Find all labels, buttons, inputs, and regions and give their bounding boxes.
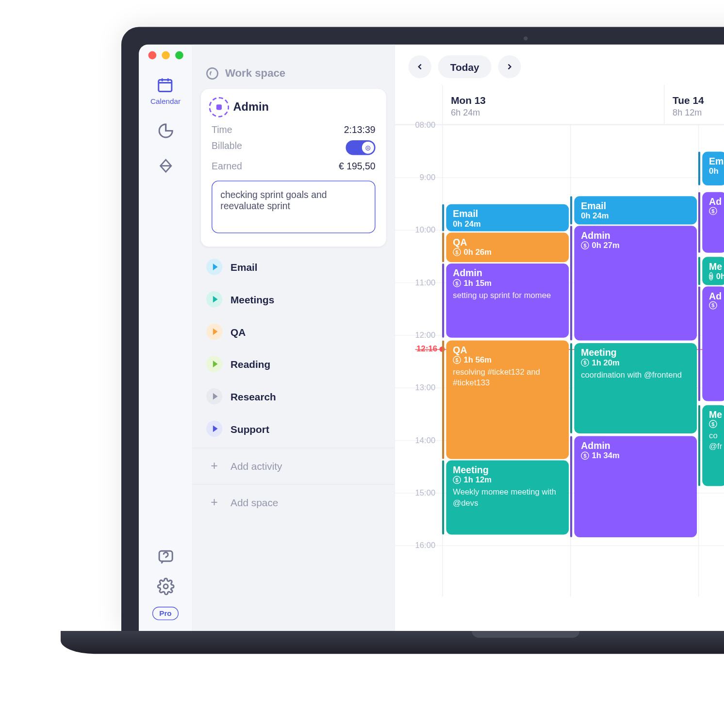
calendar-grid: Mon 136h 24m Tue 148h 12m Wed 155h 08:00…: [395, 85, 724, 631]
event-title: Admin: [581, 230, 690, 241]
event-title: Me: [709, 261, 720, 272]
event-block[interactable]: Meeting$1h 20mcoordination with @fronten…: [574, 343, 697, 433]
billable-label: Billable: [212, 140, 242, 155]
event-block[interactable]: Admin$1h 15msetting up sprint for momee: [446, 264, 569, 338]
billable-icon: $: [453, 279, 461, 287]
event-title: Ad: [709, 291, 720, 301]
event-note: co @fr: [709, 431, 720, 452]
event-duration: $1h 12m: [453, 475, 562, 484]
event-block[interactable]: Admin$1h 34m: [574, 436, 697, 537]
time-label: Time: [212, 124, 232, 135]
event-duration: 0h 24m: [453, 219, 562, 228]
activity-meetings[interactable]: Meetings: [193, 283, 394, 315]
event-title: Admin: [453, 267, 562, 278]
day-header[interactable]: Tue 148h 12m: [664, 85, 724, 124]
earned-label: Earned: [212, 161, 242, 171]
activity-research[interactable]: Research: [193, 380, 394, 413]
event-duration: $0h 27m: [581, 241, 690, 250]
event-note: resolving #ticket132 and #ticket133: [453, 367, 562, 388]
hour-label: 9:00: [395, 173, 442, 182]
billable-icon: $: [709, 301, 717, 310]
event-block[interactable]: Me$0h: [702, 257, 724, 285]
add-space-label: Add space: [230, 497, 278, 509]
billable-icon: $: [453, 476, 461, 484]
prev-button[interactable]: [409, 55, 431, 78]
play-icon: [206, 324, 222, 340]
event-block[interactable]: QA$1h 56mresolving #ticket132 and #ticke…: [446, 340, 569, 459]
activity-name: QA: [230, 326, 246, 338]
activity-list: EmailMeetingsQAReadingResearchSupport: [193, 251, 394, 445]
activity-reading[interactable]: Reading: [193, 348, 394, 381]
billable-toggle[interactable]: [346, 140, 376, 155]
hour-label: 13:00: [395, 383, 442, 392]
activity-note-input[interactable]: [212, 181, 376, 233]
minimize-icon[interactable]: [162, 51, 170, 60]
maximize-icon[interactable]: [175, 51, 183, 60]
space-label: Work space: [225, 67, 285, 80]
event-title: QA: [453, 237, 562, 248]
today-button[interactable]: Today: [438, 55, 492, 78]
event-title: Email: [453, 208, 562, 219]
next-button[interactable]: [498, 55, 521, 78]
plus-icon: +: [206, 459, 222, 473]
hour-label: 10:00: [395, 225, 442, 234]
event-duration: $0h: [709, 272, 720, 281]
event-title: Meeting: [581, 347, 690, 358]
billable-icon: $: [581, 241, 589, 249]
event-title: Me: [709, 409, 720, 420]
calendar-toolbar: Today September: [395, 45, 724, 85]
event-duration: 0h 24m: [581, 211, 690, 220]
close-icon[interactable]: [148, 51, 157, 60]
play-icon: [206, 421, 222, 437]
nav-settings[interactable]: [156, 577, 175, 596]
add-space[interactable]: + Add space: [193, 487, 394, 518]
event-block[interactable]: Email0h 24m: [574, 196, 697, 224]
event-block[interactable]: Em0h: [702, 152, 724, 185]
event-note: setting up sprint for momee: [453, 291, 562, 301]
activity-support[interactable]: Support: [193, 413, 394, 445]
event-title: Meeting: [453, 464, 562, 475]
event-duration: $1h 15m: [453, 279, 562, 288]
help-icon: [156, 547, 175, 566]
event-block[interactable]: Me$co @fr: [702, 405, 724, 486]
billable-icon: $: [453, 356, 461, 364]
event-duration: $: [709, 420, 720, 428]
space-header[interactable]: Work space: [193, 67, 394, 89]
nav-calendar[interactable]: Calendar: [150, 76, 181, 105]
hour-label: 08:00: [395, 120, 442, 129]
pro-badge[interactable]: Pro: [152, 607, 178, 620]
event-block[interactable]: Meeting$1h 12mWeekly momee meeting with …: [446, 461, 569, 535]
window-traffic-lights[interactable]: [148, 51, 183, 60]
nav-sync[interactable]: [156, 156, 175, 175]
play-icon: [206, 356, 222, 372]
activity-qa[interactable]: QA: [193, 315, 394, 348]
event-title: Ad: [709, 196, 720, 207]
event-title: Email: [581, 200, 690, 211]
billable-icon: $: [581, 359, 589, 367]
recording-icon[interactable]: [212, 100, 227, 115]
activity-email[interactable]: Email: [193, 251, 394, 283]
event-block[interactable]: Email0h 24m: [446, 204, 569, 232]
active-activity-panel: Admin Time2:13:39 Billable Earned€ 195,5…: [201, 89, 386, 247]
svg-rect-0: [159, 80, 172, 91]
add-activity[interactable]: + Add activity: [193, 451, 394, 481]
play-icon: [206, 388, 222, 404]
event-block[interactable]: Ad$: [702, 286, 724, 401]
billable-icon: $: [453, 248, 461, 256]
event-block[interactable]: Admin$0h 27m: [574, 226, 697, 340]
now-label: 12:16: [416, 344, 437, 353]
event-note: Weekly momee meeting with @devs: [453, 487, 562, 508]
space-icon: [204, 66, 220, 81]
hour-label: 15:00: [395, 488, 442, 497]
sidebar: Work space Admin Time2:13:39 Billable Ea…: [193, 45, 395, 631]
hour-label: 12:00: [395, 331, 442, 340]
event-duration: $: [709, 301, 720, 310]
event-block[interactable]: Ad$: [702, 192, 724, 253]
pie-chart-icon: [156, 121, 175, 140]
activity-name: Support: [230, 423, 269, 435]
nav-reports[interactable]: [156, 121, 175, 140]
plus-icon: +: [206, 496, 222, 510]
day-header[interactable]: Mon 136h 24m: [442, 85, 664, 124]
event-block[interactable]: QA$0h 26m: [446, 232, 569, 262]
nav-help[interactable]: [156, 547, 175, 566]
